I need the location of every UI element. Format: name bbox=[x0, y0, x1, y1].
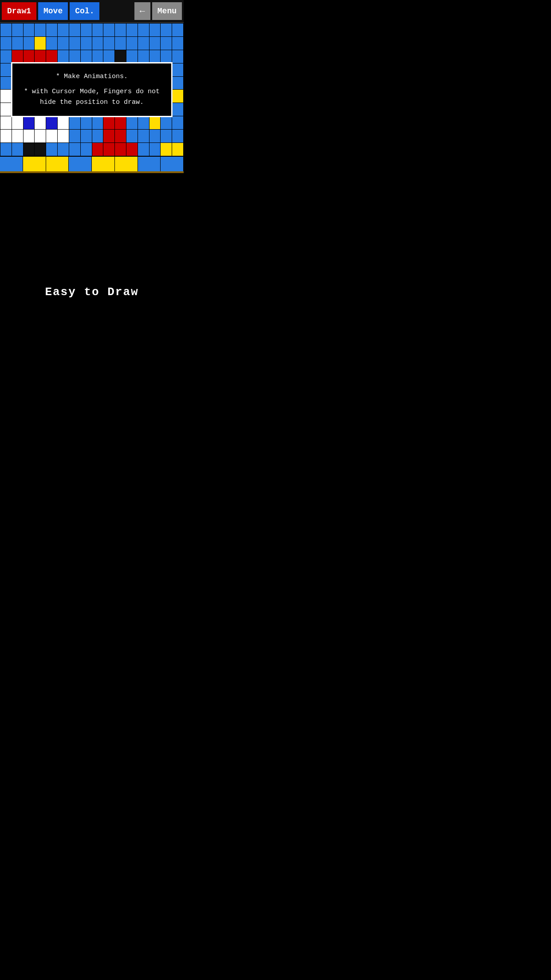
grid-cell[interactable] bbox=[12, 50, 24, 63]
grid-cell[interactable] bbox=[58, 24, 69, 37]
grid-cell[interactable] bbox=[138, 116, 150, 130]
grid-cell[interactable] bbox=[115, 37, 126, 50]
grid-cell[interactable] bbox=[46, 116, 58, 130]
grid-cell[interactable] bbox=[0, 50, 12, 63]
grid-cell[interactable] bbox=[150, 37, 161, 50]
grid-cell[interactable] bbox=[172, 103, 184, 116]
grid-cell[interactable] bbox=[161, 24, 172, 37]
grid-cell[interactable] bbox=[103, 130, 115, 143]
grid-cell[interactable] bbox=[126, 50, 138, 63]
grid-cell[interactable] bbox=[69, 24, 81, 37]
grid-cell[interactable] bbox=[35, 37, 46, 50]
grid-cell[interactable] bbox=[69, 143, 81, 156]
grid-cell[interactable] bbox=[103, 37, 115, 50]
grid-cell[interactable] bbox=[24, 143, 35, 156]
grid-cell[interactable] bbox=[46, 143, 58, 156]
grid-cell[interactable] bbox=[81, 50, 92, 63]
grid-cell[interactable] bbox=[0, 37, 12, 50]
grid-cell[interactable] bbox=[103, 143, 115, 156]
grid-cell[interactable] bbox=[58, 130, 69, 143]
grid-cell[interactable] bbox=[172, 63, 184, 77]
grid-cell[interactable] bbox=[24, 24, 35, 37]
grid-cell[interactable] bbox=[138, 143, 150, 156]
grid-cell[interactable] bbox=[12, 143, 24, 156]
grid-cell[interactable] bbox=[12, 37, 24, 50]
grid-cell[interactable] bbox=[115, 50, 126, 63]
grid-cell[interactable] bbox=[92, 50, 104, 63]
grid-cell[interactable] bbox=[81, 37, 92, 50]
grid-cell[interactable] bbox=[161, 37, 172, 50]
grid-cell[interactable] bbox=[46, 24, 58, 37]
grid-cell[interactable] bbox=[115, 116, 126, 130]
grid-cell[interactable] bbox=[58, 50, 69, 63]
grid-area[interactable]: * Make Animations. * with Cursor Mode, F… bbox=[0, 23, 184, 156]
grid-cell[interactable] bbox=[138, 50, 150, 63]
grid-cell[interactable] bbox=[172, 77, 184, 90]
col-button[interactable]: Col. bbox=[70, 2, 99, 20]
grid-cell[interactable] bbox=[0, 103, 12, 116]
grid-cell[interactable] bbox=[46, 37, 58, 50]
grid-cell[interactable] bbox=[126, 37, 138, 50]
grid-cell[interactable] bbox=[103, 50, 115, 63]
grid-cell[interactable] bbox=[12, 24, 24, 37]
grid-cell[interactable] bbox=[92, 143, 104, 156]
grid-cell[interactable] bbox=[172, 37, 184, 50]
back-button[interactable]: ← bbox=[134, 2, 150, 20]
grid-cell[interactable] bbox=[35, 24, 46, 37]
grid-cell[interactable] bbox=[150, 130, 161, 143]
grid-cell[interactable] bbox=[0, 24, 12, 37]
grid-cell[interactable] bbox=[0, 116, 12, 130]
grid-cell[interactable] bbox=[46, 130, 58, 143]
grid-cell[interactable] bbox=[138, 37, 150, 50]
grid-cell[interactable] bbox=[161, 116, 172, 130]
grid-cell[interactable] bbox=[24, 37, 35, 50]
grid-cell[interactable] bbox=[0, 77, 12, 90]
grid-cell[interactable] bbox=[81, 24, 92, 37]
grid-cell[interactable] bbox=[138, 130, 150, 143]
grid-cell[interactable] bbox=[35, 50, 46, 63]
grid-cell[interactable] bbox=[103, 24, 115, 37]
grid-cell[interactable] bbox=[150, 24, 161, 37]
grid-cell[interactable] bbox=[81, 116, 92, 130]
grid-cell[interactable] bbox=[69, 116, 81, 130]
grid-cell[interactable] bbox=[115, 143, 126, 156]
color-palette[interactable] bbox=[0, 172, 184, 279]
grid-cell[interactable] bbox=[126, 116, 138, 130]
grid-cell[interactable] bbox=[115, 130, 126, 143]
grid-cell[interactable] bbox=[126, 24, 138, 37]
grid-cell[interactable] bbox=[81, 143, 92, 156]
grid-cell[interactable] bbox=[0, 63, 12, 77]
grid-cell[interactable] bbox=[0, 130, 12, 143]
grid-cell[interactable] bbox=[172, 90, 184, 103]
grid-cell[interactable] bbox=[92, 116, 104, 130]
grid-cell[interactable] bbox=[69, 50, 81, 63]
grid-cell[interactable] bbox=[92, 24, 104, 37]
move-button[interactable]: Move bbox=[38, 2, 68, 20]
grid-cell[interactable] bbox=[126, 130, 138, 143]
grid-cell[interactable] bbox=[172, 116, 184, 130]
grid-cell[interactable] bbox=[138, 24, 150, 37]
grid-cell[interactable] bbox=[161, 130, 172, 143]
grid-cell[interactable] bbox=[24, 50, 35, 63]
grid-cell[interactable] bbox=[172, 24, 184, 37]
grid-cell[interactable] bbox=[24, 116, 35, 130]
grid-cell[interactable] bbox=[58, 143, 69, 156]
grid-cell[interactable] bbox=[35, 116, 46, 130]
grid-cell[interactable] bbox=[92, 37, 104, 50]
grid-cell[interactable] bbox=[150, 116, 161, 130]
grid-cell[interactable] bbox=[35, 130, 46, 143]
menu-button[interactable]: Menu bbox=[152, 2, 182, 20]
grid-cell[interactable] bbox=[161, 143, 172, 156]
grid-cell[interactable] bbox=[150, 143, 161, 156]
grid-cell[interactable] bbox=[58, 37, 69, 50]
grid-cell[interactable] bbox=[0, 143, 12, 156]
grid-cell[interactable] bbox=[161, 50, 172, 63]
grid-cell[interactable] bbox=[172, 130, 184, 143]
grid-cell[interactable] bbox=[24, 130, 35, 143]
grid-cell[interactable] bbox=[92, 130, 104, 143]
grid-cell[interactable] bbox=[115, 24, 126, 37]
grid-cell[interactable] bbox=[58, 116, 69, 130]
grid-cell[interactable] bbox=[46, 50, 58, 63]
grid-cell[interactable] bbox=[150, 50, 161, 63]
grid-cell[interactable] bbox=[172, 50, 184, 63]
